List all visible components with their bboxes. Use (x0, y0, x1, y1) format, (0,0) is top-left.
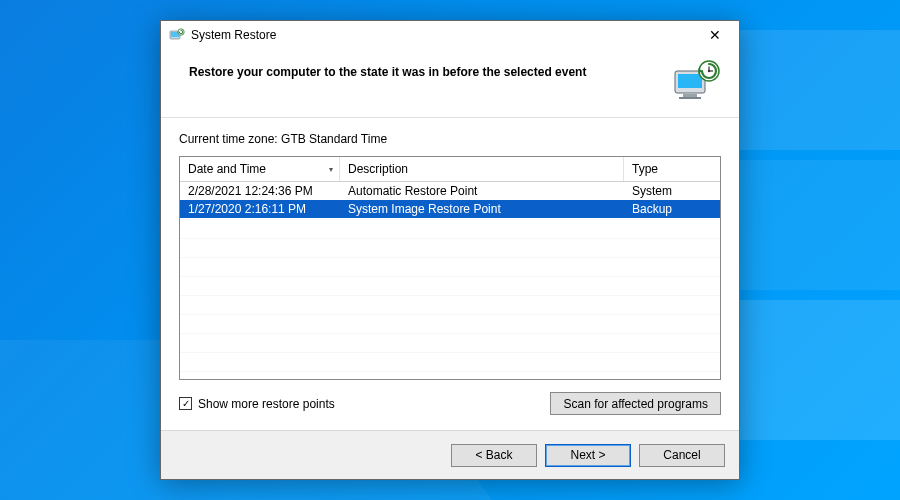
cell-description: Automatic Restore Point (340, 182, 624, 200)
scan-affected-programs-button[interactable]: Scan for affected programs (550, 392, 721, 415)
close-icon: ✕ (709, 27, 721, 43)
checkbox-box: ✓ (179, 397, 192, 410)
button-label: Next > (570, 448, 605, 462)
cell-date: 1/27/2020 2:16:11 PM (180, 200, 340, 218)
dialog-heading: Restore your computer to the state it wa… (189, 59, 661, 79)
window-title: System Restore (191, 28, 695, 42)
column-header-date[interactable]: Date and Time ▾ (180, 157, 340, 181)
button-label: Cancel (663, 448, 700, 462)
titlebar[interactable]: System Restore ✕ (161, 21, 739, 49)
system-restore-dialog: System Restore ✕ Restore your computer t… (160, 20, 740, 480)
cell-type: Backup (624, 200, 720, 218)
dialog-footer: < Back Next > Cancel (161, 431, 739, 479)
list-body: 2/28/2021 12:24:36 PM Automatic Restore … (180, 182, 720, 379)
sort-descending-icon: ▾ (329, 165, 333, 174)
system-restore-banner-icon (673, 59, 721, 103)
header-band: Restore your computer to the state it wa… (161, 49, 739, 117)
system-restore-icon (169, 27, 185, 43)
cancel-button[interactable]: Cancel (639, 444, 725, 467)
button-label: < Back (475, 448, 512, 462)
cell-description: System Image Restore Point (340, 200, 624, 218)
column-label: Description (348, 162, 408, 176)
list-actions-row: ✓ Show more restore points Scan for affe… (179, 392, 721, 415)
restore-point-row[interactable]: 1/27/2020 2:16:11 PM System Image Restor… (180, 200, 720, 218)
svg-rect-7 (679, 97, 701, 99)
close-button[interactable]: ✕ (695, 23, 735, 47)
cell-type: System (624, 182, 720, 200)
svg-rect-6 (683, 94, 697, 97)
next-button[interactable]: Next > (545, 444, 631, 467)
timezone-label: Current time zone: GTB Standard Time (179, 132, 721, 146)
column-label: Date and Time (188, 162, 266, 176)
column-header-description[interactable]: Description (340, 157, 624, 181)
show-more-restore-points-checkbox[interactable]: ✓ Show more restore points (179, 397, 335, 411)
column-header-type[interactable]: Type (624, 157, 720, 181)
checkbox-label: Show more restore points (198, 397, 335, 411)
column-label: Type (632, 162, 658, 176)
back-button[interactable]: < Back (451, 444, 537, 467)
button-label: Scan for affected programs (563, 397, 708, 411)
svg-rect-5 (678, 74, 702, 88)
dialog-content: Current time zone: GTB Standard Time Dat… (161, 118, 739, 430)
desktop-background: System Restore ✕ Restore your computer t… (0, 0, 900, 500)
list-header: Date and Time ▾ Description Type (180, 157, 720, 182)
restore-point-row[interactable]: 2/28/2021 12:24:36 PM Automatic Restore … (180, 182, 720, 200)
checkmark-icon: ✓ (182, 399, 190, 409)
cell-date: 2/28/2021 12:24:36 PM (180, 182, 340, 200)
restore-points-list[interactable]: Date and Time ▾ Description Type 2/28/20… (179, 156, 721, 380)
